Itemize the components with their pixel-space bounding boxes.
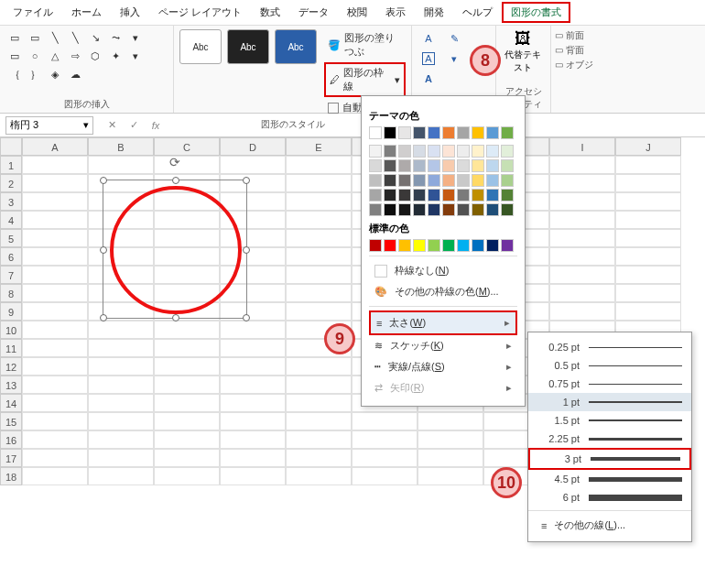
shape-brace2-icon[interactable]: ｝ [26,66,44,82]
color-swatch[interactable] [413,126,426,139]
cell[interactable] [88,394,154,412]
cell[interactable] [220,467,286,485]
arrows-item[interactable]: ⇄ 矢印(R) ▸ [369,377,517,398]
color-swatch[interactable] [384,126,396,139]
shape-star-icon[interactable]: ✦ [106,48,125,64]
row-header[interactable]: 1 [0,156,22,174]
color-swatch[interactable] [472,145,484,158]
color-swatch[interactable] [486,174,499,187]
cell[interactable] [549,174,615,192]
weight-option[interactable]: 0.25 pt [528,338,691,356]
shape-oval-icon[interactable]: ○ [26,48,44,64]
handle-nw[interactable] [100,177,107,184]
cell[interactable] [88,156,154,174]
menu-file[interactable]: ファイル [4,2,62,23]
shape-fill-button[interactable]: 🪣 図形の塗りつぶ [324,29,406,60]
shape-selection-box[interactable]: ⟳ [103,180,247,319]
cell[interactable] [418,412,483,430]
cell[interactable] [549,247,615,266]
cell[interactable] [615,192,681,211]
shape-line-icon[interactable]: ╲ [46,29,64,46]
row-header[interactable]: 14 [0,394,22,412]
cell[interactable] [418,430,483,449]
handle-s[interactable] [172,314,179,321]
color-swatch[interactable] [457,174,470,187]
shape-callout-icon[interactable]: ◈ [46,66,64,82]
cell[interactable] [22,247,88,266]
color-swatch[interactable] [398,126,411,139]
weight-item[interactable]: ≡ 太さ(W) ▸ [369,310,517,335]
quick-styles-button[interactable]: ✎ [443,29,465,48]
weight-option[interactable]: 2.25 pt [528,430,691,448]
handle-e[interactable] [243,246,250,254]
shape-textbox2-icon[interactable]: ▭ [26,29,44,46]
cell[interactable] [88,449,154,467]
cell[interactable] [22,412,88,430]
color-swatch[interactable] [457,239,470,252]
cell[interactable] [88,467,154,485]
color-swatch[interactable] [442,203,455,216]
cell[interactable] [154,394,220,412]
cell[interactable] [154,321,220,339]
weight-option[interactable]: 3 pt [528,448,691,470]
color-swatch[interactable] [501,239,514,252]
color-swatch[interactable] [369,159,382,172]
row-header[interactable]: 15 [0,412,22,430]
cell[interactable] [22,229,88,247]
style-gallery[interactable]: Abc Abc Abc [179,29,317,116]
cell[interactable] [615,247,681,266]
cell[interactable] [549,284,615,302]
cell[interactable] [22,339,88,357]
cell[interactable] [286,467,352,485]
color-swatch[interactable] [486,203,499,216]
shape-arrow-icon[interactable]: ↘ [86,29,104,46]
cell[interactable] [615,284,681,302]
col-header[interactable]: C [154,137,220,156]
cell[interactable] [22,357,88,376]
col-header[interactable]: B [88,137,154,156]
handle-w[interactable] [100,246,107,254]
col-header[interactable]: A [22,137,88,156]
weight-option[interactable]: 6 pt [528,488,691,506]
text-outline-button[interactable]: A [418,49,439,68]
cell[interactable] [352,467,418,485]
handle-sw[interactable] [100,314,107,321]
cell[interactable] [154,430,220,449]
wa-more-icon[interactable]: ▾ [443,49,465,68]
row-header[interactable]: 2 [0,174,22,192]
color-swatch[interactable] [501,174,514,187]
row-header[interactable]: 17 [0,449,22,467]
more-lines-item[interactable]: ≡ その他の線(L)... [528,515,691,536]
color-swatch[interactable] [384,174,396,187]
color-swatch[interactable] [413,203,426,216]
cell[interactable] [286,284,352,302]
cell[interactable] [154,412,220,430]
menu-home[interactable]: ホーム [62,2,111,23]
color-swatch[interactable] [384,239,396,252]
cell[interactable] [352,449,418,467]
color-swatch[interactable] [457,159,470,172]
color-swatch[interactable] [457,145,470,158]
color-swatch[interactable] [413,159,426,172]
style-swatch-1[interactable]: Abc [179,29,222,64]
color-swatch[interactable] [398,145,411,158]
cell[interactable] [615,266,681,284]
color-swatch[interactable] [442,126,455,139]
color-swatch[interactable] [501,159,514,172]
cell[interactable] [615,229,681,247]
color-swatch[interactable] [472,159,484,172]
shape-hex-icon[interactable]: ⬡ [86,48,104,64]
cell[interactable] [615,156,681,174]
cell[interactable] [220,376,286,394]
cell[interactable] [286,156,352,174]
color-swatch[interactable] [413,145,426,158]
cell[interactable] [286,302,352,321]
dashes-item[interactable]: ┅ 実線/点線(S) ▸ [369,356,517,377]
color-swatch[interactable] [384,189,396,201]
cell[interactable] [22,430,88,449]
color-swatch[interactable] [413,239,426,252]
row-header[interactable]: 4 [0,211,22,229]
color-swatch[interactable] [413,189,426,201]
cell[interactable] [154,339,220,357]
cell[interactable] [22,449,88,467]
